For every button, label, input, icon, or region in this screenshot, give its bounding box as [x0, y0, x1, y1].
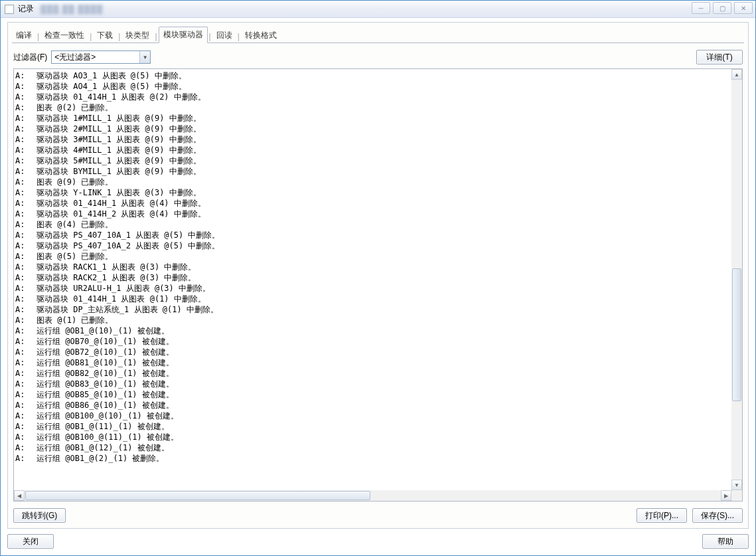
log-prefix: A:	[15, 134, 33, 145]
log-prefix: A:	[15, 166, 33, 177]
app-icon	[5, 5, 14, 14]
log-row: A:驱动器块 AO3_1 从图表 @(5) 中删除。	[15, 70, 731, 81]
log-prefix: A:	[15, 219, 33, 230]
log-row: A:图表 @(1) 已删除。	[15, 315, 731, 325]
log-row: A:驱动器块 3#MILL_1 从图表 @(9) 中删除。	[15, 134, 731, 145]
log-prefix: A:	[15, 209, 33, 219]
log-row: A:驱动器块 PS_407_10A_1 从图表 @(5) 中删除。	[15, 230, 731, 240]
log-message: 驱动器块 Y-LINK_1 从图表 @(3) 中删除。	[33, 187, 201, 198]
log-prefix: A:	[15, 411, 33, 421]
log-row: A:驱动器块 01_414H_1 从图表 @(4) 中删除。	[15, 198, 731, 209]
minimize-button[interactable]: ─	[692, 2, 710, 14]
log-message: 运行组 @OB1_@(10)_(1) 被创建。	[33, 325, 169, 336]
log-message: 驱动器块 AO3_1 从图表 @(5) 中删除。	[33, 70, 187, 81]
log-message: 运行组 @OB100_@(11)_(1) 被创建。	[33, 432, 179, 442]
log-prefix: A:	[15, 70, 33, 81]
filter-value: <无过滤器>	[54, 52, 96, 63]
tab-separator: |	[153, 32, 158, 43]
log-row: A:运行组 @OB100_@(11)_(1) 被创建。	[15, 432, 731, 442]
log-prefix: A:	[15, 368, 33, 379]
log-prefix: A:	[15, 379, 33, 389]
log-prefix: A:	[15, 81, 33, 92]
save-button[interactable]: 保存(S)...	[692, 508, 743, 523]
log-message: 图表 @(9) 已删除。	[33, 177, 113, 187]
tab-6[interactable]: 转换格式	[241, 28, 281, 43]
log-row: A:驱动器块 PS_407_10A_2 从图表 @(5) 中删除。	[15, 240, 731, 251]
close-window-button[interactable]: ✕	[734, 2, 753, 14]
tab-0[interactable]: 编译	[12, 28, 36, 43]
log-message: 驱动器块 1#MILL_1 从图表 @(9) 中删除。	[33, 113, 201, 124]
log-row: A:驱动器块 RACK1_1 从图表 @(3) 中删除。	[15, 262, 731, 272]
filter-combo[interactable]: <无过滤器> ▼	[51, 50, 151, 64]
log-message: 驱动器块 5#MILL_1 从图表 @(9) 中删除。	[33, 155, 201, 166]
log-row: A:运行组 @OB86_@(10)_(1) 被创建。	[15, 400, 731, 411]
log-message: 运行组 @OB70_@(10)_(1) 被创建。	[33, 336, 174, 347]
log-prefix: A:	[15, 187, 33, 198]
log-prefix: A:	[15, 304, 33, 315]
log-text[interactable]: A:驱动器块 AO3_1 从图表 @(5) 中删除。A:驱动器块 AO4_1 从…	[14, 69, 731, 490]
log-row: A:运行组 @OB82_@(10)_(1) 被创建。	[15, 368, 731, 379]
log-row: A:驱动器块 1#MILL_1 从图表 @(9) 中删除。	[15, 113, 731, 124]
log-row: A:驱动器块 RACK2_1 从图表 @(3) 中删除。	[15, 272, 731, 283]
log-message: 驱动器块 PS_407_10A_1 从图表 @(5) 中删除。	[33, 230, 220, 240]
log-row: A:驱动器块 01_414H_2 从图表 @(4) 中删除。	[15, 209, 731, 219]
log-message: 驱动器块 4#MILL_1 从图表 @(9) 中删除。	[33, 145, 201, 155]
horizontal-scrollbar[interactable]: ◀ ▶	[14, 490, 731, 501]
log-prefix: A:	[15, 262, 33, 272]
tab-2[interactable]: 下载	[93, 28, 117, 43]
log-row: A:图表 @(5) 已删除。	[15, 251, 731, 262]
log-row: A:运行组 @OB83_@(10)_(1) 被创建。	[15, 379, 731, 389]
tab-4[interactable]: 模块驱动器	[159, 27, 208, 43]
log-message: 图表 @(5) 已删除。	[33, 251, 113, 262]
panel-button-row: 跳转到(G) 打印(P)... 保存(S)...	[8, 502, 748, 523]
log-message: 驱动器块 2#MILL_1 从图表 @(9) 中删除。	[33, 124, 201, 134]
log-prefix: A:	[15, 421, 33, 432]
log-message: 驱动器块 UR2ALU-H_1 从图表 @(3) 中删除。	[33, 283, 210, 294]
log-message: 运行组 @OB86_@(10)_(1) 被创建。	[33, 400, 174, 411]
log-prefix: A:	[15, 283, 33, 294]
log-row: A:驱动器块 01_414H_1 从图表 @(1) 中删除。	[15, 294, 731, 304]
h-scroll-thumb[interactable]	[25, 491, 370, 500]
log-prefix: A:	[15, 92, 33, 102]
tab-5[interactable]: 回读	[212, 28, 236, 43]
log-row: A:运行组 @OB72_@(10)_(1) 被创建。	[15, 347, 731, 357]
tab-3[interactable]: 块类型	[121, 28, 153, 43]
title-bar: 记录 ███ ██ ████ ─ ▢ ✕	[1, 1, 755, 18]
scroll-left-icon[interactable]: ◀	[14, 490, 25, 501]
v-scroll-thumb[interactable]	[732, 268, 741, 401]
log-row: A:运行组 @OB100_@(10)_(1) 被创建。	[15, 411, 731, 421]
log-prefix: A:	[15, 400, 33, 411]
vertical-scrollbar[interactable]: ▲ ▼	[731, 69, 742, 490]
log-prefix: A:	[15, 357, 33, 368]
jump-button[interactable]: 跳转到(G)	[13, 508, 66, 523]
tab-separator: |	[208, 32, 212, 43]
log-message: 运行组 @OB83_@(10)_(1) 被创建。	[33, 379, 174, 389]
tab-1[interactable]: 检查一致性	[40, 28, 88, 43]
log-row: A:运行组 @OB1_@(11)_(1) 被创建。	[15, 421, 731, 432]
help-button[interactable]: 帮助	[702, 534, 749, 549]
log-prefix: A:	[15, 325, 33, 336]
scroll-up-icon[interactable]: ▲	[731, 69, 742, 80]
window-title: 记录	[18, 3, 34, 15]
log-message: 驱动器块 PS_407_10A_2 从图表 @(5) 中删除。	[33, 240, 220, 251]
log-row: A:图表 @(2) 已删除。	[15, 102, 731, 113]
close-button[interactable]: 关闭	[7, 534, 54, 549]
log-row: A:运行组 @OB1_@(12)_(1) 被创建。	[15, 442, 731, 453]
log-prefix: A:	[15, 272, 33, 283]
detail-button[interactable]: 详细(T)	[696, 50, 743, 64]
tab-separator: |	[88, 32, 93, 43]
log-message: 运行组 @OB82_@(10)_(1) 被创建。	[33, 368, 174, 379]
log-message: 运行组 @OB100_@(10)_(1) 被创建。	[33, 411, 179, 421]
scroll-down-icon[interactable]: ▼	[731, 480, 742, 490]
log-prefix: A:	[15, 336, 33, 347]
log-prefix: A:	[15, 315, 33, 325]
maximize-button[interactable]: ▢	[713, 2, 731, 14]
content-panel: 编译|检查一致性|下载|块类型|模块驱动器|回读|转换格式 过滤器(F) <无过…	[7, 22, 749, 529]
log-message: 驱动器块 01_414H_2 从图表 @(4) 中删除。	[33, 209, 206, 219]
tab-separator: |	[117, 32, 121, 43]
scroll-right-icon[interactable]: ▶	[721, 490, 731, 501]
log-row: A:驱动器块 5#MILL_1 从图表 @(9) 中删除。	[15, 155, 731, 166]
log-message: 驱动器块 AO4_1 从图表 @(5) 中删除。	[33, 81, 187, 92]
print-button[interactable]: 打印(P)...	[637, 508, 687, 523]
log-prefix: A:	[15, 155, 33, 166]
